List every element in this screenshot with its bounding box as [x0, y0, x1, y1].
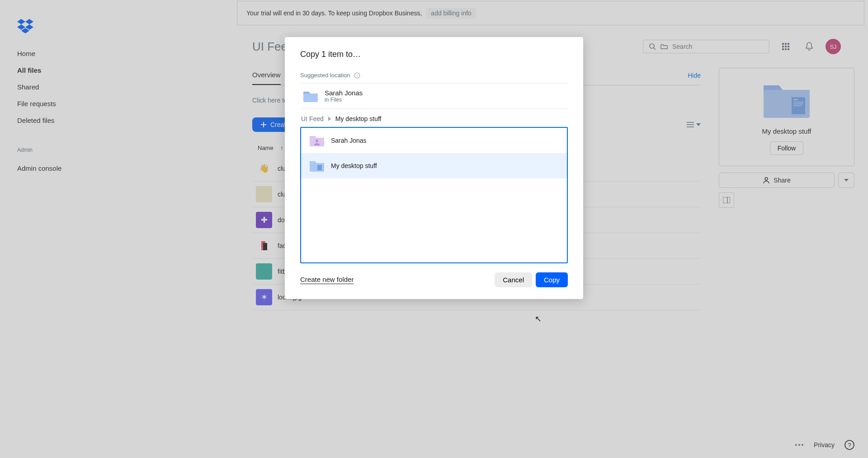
folder-item-name: My desktop stuff	[331, 162, 377, 169]
modal-overlay: Copy 1 item to… Suggested location i Sar…	[0, 0, 868, 458]
folder-list-item-team[interactable]: My desktop stuff	[301, 153, 567, 178]
chevron-right-icon	[328, 117, 331, 121]
cursor-icon: ↖	[535, 314, 542, 324]
svg-point-31	[316, 140, 318, 142]
modal-breadcrumb: UI Feed My desktop stuff	[300, 109, 568, 127]
suggested-folder[interactable]: Sarah Jonas in Files	[300, 83, 568, 109]
suggested-location-label: Suggested location	[300, 72, 350, 79]
modal-breadcrumb-parent[interactable]: UI Feed	[301, 115, 324, 122]
folder-icon	[303, 90, 318, 103]
copy-modal: Copy 1 item to… Suggested location i Sar…	[285, 37, 583, 299]
info-icon[interactable]: i	[354, 72, 360, 79]
modal-title: Copy 1 item to…	[300, 50, 568, 59]
modal-breadcrumb-current: My desktop stuff	[335, 115, 382, 122]
person-folder-icon	[309, 134, 325, 147]
svg-text:i: i	[357, 73, 358, 78]
folder-item-name: Sarah Jonas	[331, 137, 367, 144]
svg-rect-32	[317, 165, 322, 170]
cancel-button[interactable]: Cancel	[495, 272, 532, 287]
folder-list: Sarah Jonas My desktop stuff	[300, 127, 568, 263]
suggested-folder-path: in Files	[325, 97, 363, 103]
copy-button[interactable]: Copy	[536, 272, 568, 287]
create-new-folder-link[interactable]: Create new folder	[300, 276, 354, 284]
folder-list-item-person[interactable]: Sarah Jonas	[301, 128, 567, 153]
team-folder-icon	[309, 159, 325, 172]
suggested-folder-name: Sarah Jonas	[325, 89, 363, 97]
